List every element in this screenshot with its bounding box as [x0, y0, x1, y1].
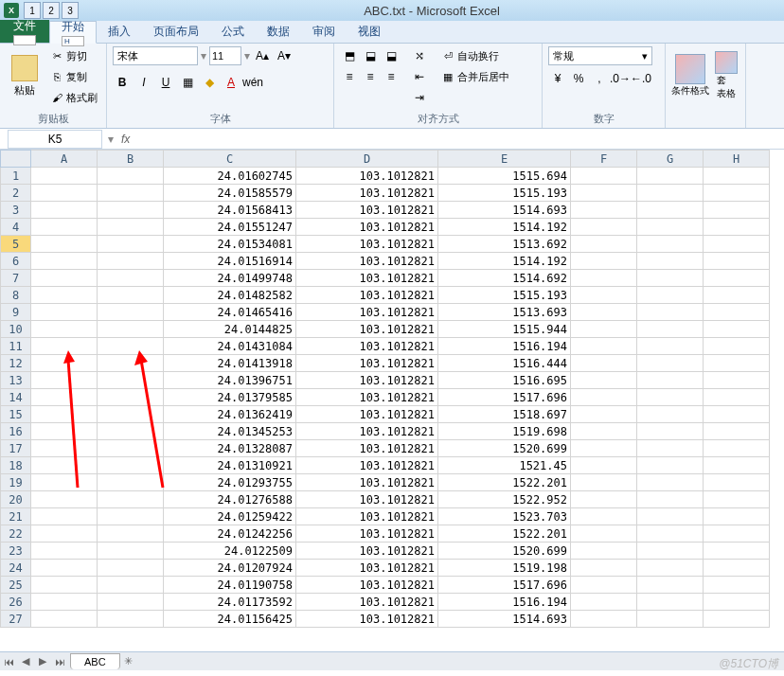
cell-G11[interactable]	[637, 338, 704, 355]
cell-B22[interactable]	[98, 525, 164, 543]
cell-H2[interactable]	[704, 185, 770, 202]
cell-G17[interactable]	[637, 440, 704, 457]
cell-C3[interactable]: 24.01568413	[164, 202, 296, 219]
tab-view[interactable]: 视图	[347, 20, 392, 43]
row-head-14[interactable]: 14	[1, 389, 31, 406]
row-head-15[interactable]: 15	[1, 406, 31, 423]
decrease-decimal-icon[interactable]: ←.0	[632, 69, 650, 88]
orientation-icon[interactable]: ⤭	[410, 46, 429, 65]
cell-B27[interactable]	[98, 611, 164, 628]
cell-H20[interactable]	[704, 491, 770, 508]
cell-F6[interactable]	[571, 253, 637, 270]
cell-D15[interactable]: 103.1012821	[296, 406, 438, 423]
fill-color-button[interactable]: ◆	[200, 73, 219, 92]
cell-H21[interactable]	[704, 508, 770, 525]
row-head-20[interactable]: 20	[1, 491, 31, 508]
cell-styles-button[interactable]: 套 表格	[713, 46, 739, 105]
col-head-A[interactable]: A	[31, 151, 98, 168]
cell-B16[interactable]	[98, 423, 164, 440]
cell-D4[interactable]: 103.1012821	[296, 219, 438, 236]
tab-page-layout[interactable]: 页面布局	[142, 20, 210, 43]
cell-C15[interactable]: 24.01362419	[164, 406, 296, 423]
align-top-icon[interactable]: ⬒	[340, 46, 359, 65]
cell-H12[interactable]	[704, 355, 770, 372]
cell-H15[interactable]	[704, 406, 770, 423]
cell-D12[interactable]: 103.1012821	[296, 355, 438, 372]
row-head-2[interactable]: 2	[1, 185, 31, 202]
cell-G26[interactable]	[637, 594, 704, 611]
cell-D18[interactable]: 103.1012821	[296, 457, 438, 474]
cell-H9[interactable]	[704, 304, 770, 321]
cell-F5[interactable]	[571, 236, 637, 253]
cell-D21[interactable]: 103.1012821	[296, 508, 438, 525]
cell-C26[interactable]: 24.01173592	[164, 594, 296, 611]
row-head-21[interactable]: 21	[1, 508, 31, 525]
cell-F27[interactable]	[571, 611, 637, 628]
cell-D8[interactable]: 103.1012821	[296, 287, 438, 304]
row-head-19[interactable]: 19	[1, 474, 31, 491]
cell-H5[interactable]	[704, 236, 770, 253]
cell-D2[interactable]: 103.1012821	[296, 185, 438, 202]
cell-A8[interactable]	[31, 287, 98, 304]
row-head-8[interactable]: 8	[1, 287, 31, 304]
cell-H1[interactable]	[704, 168, 770, 185]
cell-A18[interactable]	[31, 457, 98, 474]
cell-H18[interactable]	[704, 457, 770, 474]
cell-F3[interactable]	[571, 202, 637, 219]
cell-B4[interactable]	[98, 219, 164, 236]
cell-E17[interactable]: 1520.699	[438, 440, 571, 457]
cell-B15[interactable]	[98, 406, 164, 423]
cell-C5[interactable]: 24.01534081	[164, 236, 296, 253]
cell-D25[interactable]: 103.1012821	[296, 577, 438, 594]
cell-E19[interactable]: 1522.201	[438, 474, 571, 491]
select-all-corner[interactable]	[1, 151, 31, 168]
cell-A9[interactable]	[31, 304, 98, 321]
cell-G21[interactable]	[637, 508, 704, 525]
cell-B7[interactable]	[98, 270, 164, 287]
tab-formulas[interactable]: 公式	[210, 20, 256, 43]
cell-E15[interactable]: 1518.697	[438, 406, 571, 423]
name-box[interactable]: K5	[8, 130, 102, 149]
cell-B12[interactable]	[98, 355, 164, 372]
cell-E4[interactable]: 1514.192	[438, 219, 571, 236]
cell-E24[interactable]: 1519.198	[438, 560, 571, 577]
font-name-dropdown[interactable]: 宋体	[113, 46, 198, 65]
cell-H27[interactable]	[704, 611, 770, 628]
cell-E11[interactable]: 1516.194	[438, 338, 571, 355]
cell-G8[interactable]	[637, 287, 704, 304]
cell-F15[interactable]	[571, 406, 637, 423]
cell-C1[interactable]: 24.01602745	[164, 168, 296, 185]
cell-B3[interactable]	[98, 202, 164, 219]
phonetic-button[interactable]: wén	[243, 73, 262, 92]
cell-G19[interactable]	[637, 474, 704, 491]
cell-C22[interactable]: 24.01242256	[164, 525, 296, 543]
align-left-icon[interactable]: ≡	[340, 67, 359, 86]
tab-review[interactable]: 审阅	[301, 20, 347, 43]
row-head-18[interactable]: 18	[1, 457, 31, 474]
cell-E1[interactable]: 1515.694	[438, 168, 571, 185]
cell-E22[interactable]: 1522.201	[438, 525, 571, 543]
cell-F1[interactable]	[571, 168, 637, 185]
cell-F26[interactable]	[571, 594, 637, 611]
cell-F12[interactable]	[571, 355, 637, 372]
cell-A4[interactable]	[31, 219, 98, 236]
cell-A14[interactable]	[31, 389, 98, 406]
cell-D1[interactable]: 103.1012821	[296, 168, 438, 185]
cell-C19[interactable]: 24.01293755	[164, 474, 296, 491]
row-head-4[interactable]: 4	[1, 219, 31, 236]
cell-E14[interactable]: 1517.696	[438, 389, 571, 406]
align-middle-icon[interactable]: ⬓	[361, 46, 380, 65]
cell-D22[interactable]: 103.1012821	[296, 525, 438, 543]
currency-icon[interactable]: ¥	[548, 69, 567, 88]
col-head-E[interactable]: E	[438, 151, 571, 168]
cell-G9[interactable]	[637, 304, 704, 321]
cell-A5[interactable]	[31, 236, 98, 253]
comma-icon[interactable]: ,	[590, 69, 609, 88]
tab-nav-prev-icon[interactable]: ◀	[17, 653, 34, 670]
col-head-B[interactable]: B	[98, 151, 164, 168]
cell-D14[interactable]: 103.1012821	[296, 389, 438, 406]
cell-A25[interactable]	[31, 577, 98, 594]
cell-G14[interactable]	[637, 389, 704, 406]
row-head-6[interactable]: 6	[1, 253, 31, 270]
cell-E26[interactable]: 1516.194	[438, 594, 571, 611]
